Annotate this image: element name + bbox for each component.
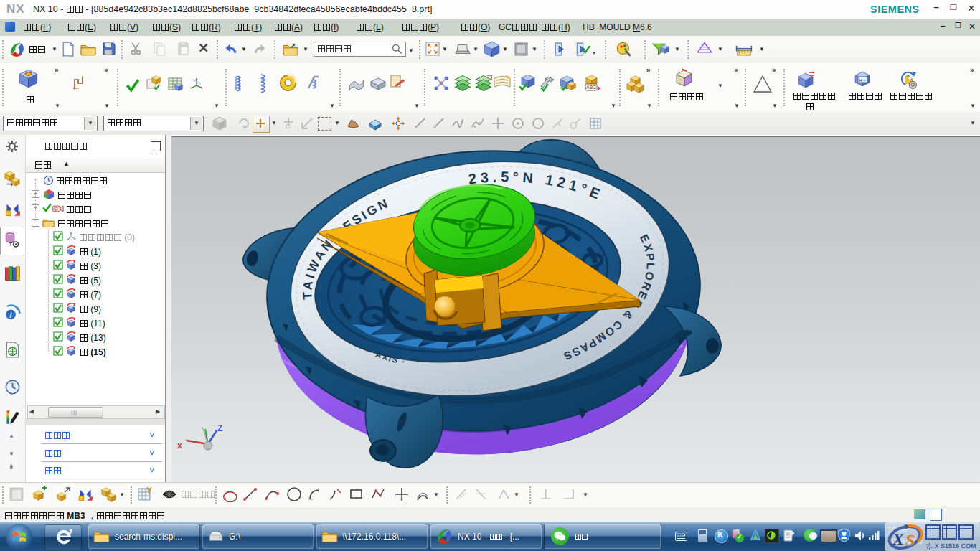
svg-text:x: x	[177, 441, 182, 451]
svg-text:X: X	[892, 529, 905, 548]
svg-text:Z: Z	[217, 423, 222, 433]
svg-text:ABC: ABC	[586, 85, 596, 90]
svg-text:S: S	[905, 531, 915, 550]
svg-text:H↔: H↔	[859, 78, 866, 83]
